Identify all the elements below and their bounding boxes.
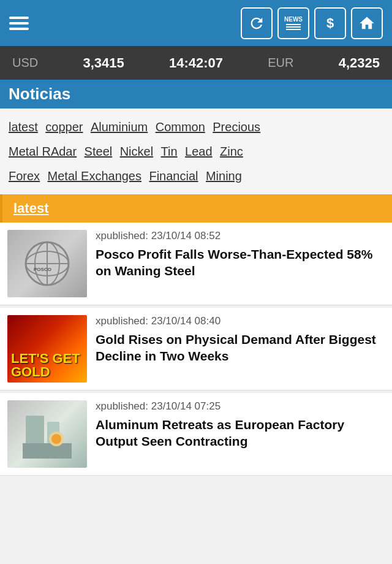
nav-link-metalradar[interactable]: Metal RAdar [9, 145, 77, 158]
nav-link-steel[interactable]: Steel [85, 145, 113, 158]
nav-link-financial[interactable]: Financial [149, 169, 198, 183]
news-thumb-posco: POSCO [7, 230, 87, 297]
nav-link-aluminium[interactable]: Aluminium [91, 120, 148, 134]
nav-link-nickel[interactable]: Nickel [120, 145, 153, 158]
ticker-bar: USD 3,3415 14:42:07 EUR 4,2325 [0, 46, 392, 80]
app-header: NEWS $ [0, 0, 392, 46]
svg-rect-8 [23, 443, 72, 459]
hamburger-menu[interactable] [9, 17, 29, 30]
news-list: POSCO xpublished: 23/10/14 08:52 Posco P… [0, 223, 392, 476]
header-icon-group: NEWS $ [241, 7, 383, 39]
nav-link-zinc[interactable]: Zinc [220, 145, 243, 158]
news-title: Aluminum Retreats as European Factory Ou… [96, 416, 385, 450]
dollar-icon: $ [326, 15, 334, 31]
news-content: xpublished: 23/10/14 07:25 Aluminum Retr… [96, 400, 385, 450]
nav-link-tin[interactable]: Tin [161, 145, 178, 158]
news-thumb-alum [7, 400, 87, 468]
news-published: xpublished: 23/10/14 07:25 [96, 400, 385, 413]
active-tab: latest [0, 194, 392, 223]
noticias-title: Noticias [9, 85, 70, 103]
refresh-button[interactable] [241, 7, 273, 39]
news-thumb-gold: LET'S GETGOLD [7, 315, 87, 383]
nav-link-common[interactable]: Common [156, 120, 205, 134]
usd-label: USD [12, 56, 38, 70]
nav-link-copper[interactable]: copper [45, 120, 83, 134]
eur-label: EUR [268, 56, 293, 70]
news-published: xpublished: 23/10/14 08:52 [96, 230, 385, 242]
news-title: Gold Rises on Physical Demand After Bigg… [96, 331, 385, 365]
nav-link-mining[interactable]: Mining [206, 169, 242, 183]
active-tab-link[interactable]: latest [13, 200, 48, 216]
nav-links: latest copper Aluminium Common Precious … [0, 109, 392, 194]
news-content: xpublished: 23/10/14 08:40 Gold Rises on… [96, 315, 385, 365]
gold-thumb-text: LET'S GETGOLD [11, 352, 80, 379]
nav-link-metalexchanges[interactable]: Metal Exchanges [48, 169, 141, 183]
ticker-time: 14:42:07 [169, 55, 223, 71]
nav-link-precious[interactable]: Precious [213, 120, 260, 134]
news-item[interactable]: LET'S GETGOLD xpublished: 23/10/14 08:40… [0, 308, 392, 391]
news-button[interactable]: NEWS [277, 7, 309, 39]
dollar-button[interactable]: $ [314, 7, 346, 39]
eur-value: 4,2325 [339, 55, 380, 71]
svg-point-10 [51, 434, 61, 444]
svg-text:POSCO: POSCO [34, 267, 51, 272]
home-button[interactable] [351, 7, 383, 39]
usd-value: 3,3415 [83, 55, 124, 71]
noticias-heading: Noticias [0, 80, 392, 109]
news-title: Posco Profit Falls Worse-Than-Expected 5… [96, 246, 385, 280]
news-published: xpublished: 23/10/14 08:40 [96, 315, 385, 327]
nav-link-latest[interactable]: latest [9, 120, 38, 134]
news-content: xpublished: 23/10/14 08:52 Posco Profit … [96, 230, 385, 280]
news-item[interactable]: POSCO xpublished: 23/10/14 08:52 Posco P… [0, 223, 392, 305]
nav-link-lead[interactable]: Lead [185, 145, 213, 158]
nav-link-forex[interactable]: Forex [9, 169, 40, 183]
news-item[interactable]: xpublished: 23/10/14 07:25 Aluminum Retr… [0, 393, 392, 476]
